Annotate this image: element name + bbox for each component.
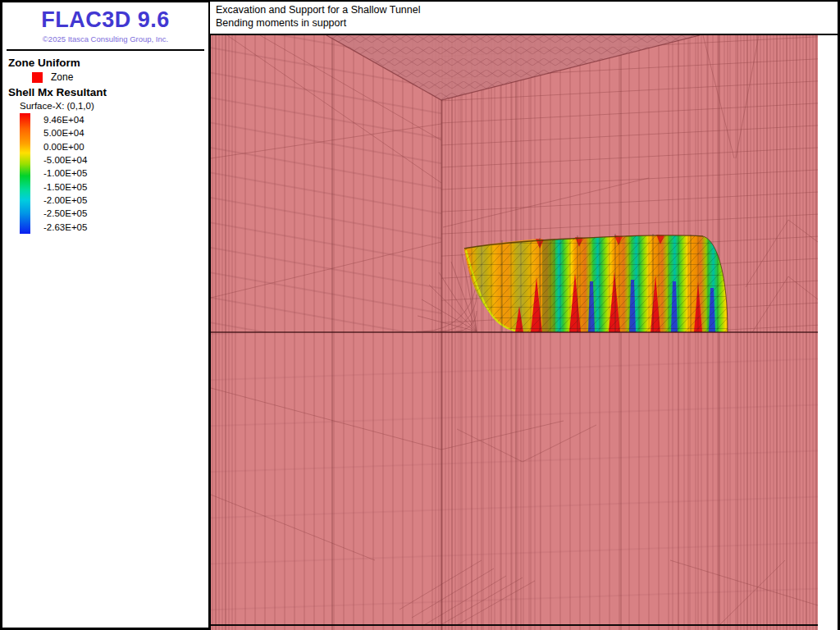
legend-panel: FLAC3D 9.6 ©2025 Itasca Consulting Group… xyxy=(0,0,211,630)
plot-title-line2: Bending moments in support xyxy=(216,17,838,30)
tunnel-shell xyxy=(464,234,728,332)
zone-legend-item: Zone xyxy=(32,71,208,83)
scale-label: -2.63E+05 xyxy=(43,221,87,234)
legend-separator xyxy=(7,49,204,51)
scale-label: -5.00E+04 xyxy=(43,153,87,167)
scale-label: -1.00E+05 xyxy=(43,167,87,180)
scale-label: 5.00E+04 xyxy=(43,126,87,139)
plot-title-block: Excavation and Support for a Shallow Tun… xyxy=(208,0,840,35)
model-viewport[interactable] xyxy=(211,35,818,630)
mesh-render xyxy=(211,35,818,630)
shell-surface-label: Surface-X: (0,1,0) xyxy=(20,101,208,111)
color-scale-labels: 9.46E+04 5.00E+04 0.00E+00 -5.00E+04 -1.… xyxy=(43,113,87,234)
app-copyright: ©2025 Itasca Consulting Group, Inc. xyxy=(2,34,208,43)
scale-label: 9.46E+04 xyxy=(43,113,87,126)
scale-label: -2.50E+05 xyxy=(43,207,87,220)
scale-label: -2.00E+05 xyxy=(43,194,87,207)
scale-label: -1.50E+05 xyxy=(43,180,87,194)
zone-color-swatch xyxy=(32,72,43,83)
scale-label: 0.00E+00 xyxy=(43,140,87,153)
zone-legend-heading: Zone Uniform xyxy=(8,57,208,69)
app-title: FLAC3D 9.6 xyxy=(2,7,208,33)
plot-title-line1: Excavation and Support for a Shallow Tun… xyxy=(216,4,838,17)
shell-color-scale: 9.46E+04 5.00E+04 0.00E+00 -5.00E+04 -1.… xyxy=(20,113,208,234)
shell-legend-heading: Shell Mx Resultant xyxy=(8,86,208,98)
page: FLAC3D 9.6 ©2025 Itasca Consulting Group… xyxy=(0,0,840,630)
color-scale-bar xyxy=(20,113,30,234)
zone-item-label: Zone xyxy=(51,71,73,83)
